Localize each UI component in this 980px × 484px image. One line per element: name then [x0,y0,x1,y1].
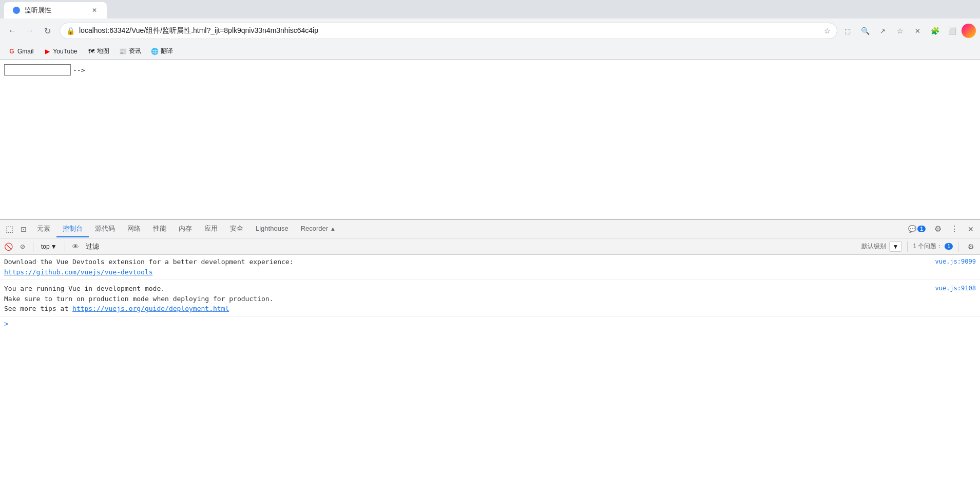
extensions-icon[interactable]: 🧩 [927,23,943,39]
devtools-toolbar: ⬚ ⊡ 元素 控制台 源代码 网络 性能 内存 应用 安全 Lighthouse… [0,220,980,238]
bookmark-news[interactable]: 📰 资讯 [116,45,145,58]
close-devtools-button[interactable]: ✕ [964,222,978,236]
reload-button[interactable]: ↻ [39,23,55,39]
console-right-area: 默认级别 ▼ 1 个问题： 1 ⚙ [861,239,978,254]
issues-indicator[interactable]: 1 个问题： 1 [913,242,953,251]
tab-application[interactable]: 应用 [198,221,224,237]
tab-network[interactable]: 网络 [121,221,147,237]
bookmarks-bar: G Gmail ▶ YouTube 🗺 地图 📰 资讯 🌐 翻译 [0,43,980,60]
tab-bar: 监听属性 ✕ [0,0,980,18]
youtube-icon: ▶ [44,48,51,55]
tab-recorder-label: Recorder [301,225,328,232]
console-msg-1-source[interactable]: vue.js:9099 [935,257,976,266]
console-prompt: > [0,317,980,331]
device-toolbar-button[interactable]: ⊡ [16,222,31,236]
bookmark-translate[interactable]: 🌐 翻译 [147,45,177,58]
tab-performance[interactable]: 性能 [147,221,172,237]
clear-console-button[interactable]: 🚫 [2,240,14,253]
console-msg-2-source[interactable]: vue.js:9108 [935,284,976,293]
console-settings-button[interactable]: ⚙ [964,239,978,254]
translate-label: 翻译 [161,47,173,55]
svg-point-0 [13,7,20,14]
tab-memory[interactable]: 内存 [172,221,198,237]
tab-source[interactable]: 源代码 [89,221,121,237]
nav-left-buttons: ← → ↻ [4,23,55,39]
devtools-toolbar-right: 💬 1 ⚙ ⋮ ✕ [905,222,978,236]
gmail-label: Gmail [17,48,33,55]
bookmark-maps[interactable]: 🗺 地图 [84,45,113,58]
gmail-icon: G [8,48,15,55]
filter-label: 过滤 [84,242,101,251]
tab-recorder[interactable]: Recorder ▲ [295,221,342,236]
page-comment: --> [73,66,85,74]
active-tab[interactable]: 监听属性 ✕ [4,2,107,18]
more-options-button[interactable]: ⋮ [947,222,962,236]
console-toolbar: 🚫 ⊘ top ▼ 👁 过滤 默认级别 ▼ 1 个问题： 1 ⚙ [0,238,980,255]
page-input-area: --> [4,64,976,76]
console-message-1: Download the Vue Devtools extension for … [0,255,980,280]
bookmark-gmail[interactable]: G Gmail [4,46,37,57]
inspect-element-button[interactable]: ⬚ [2,222,16,236]
filter-toggle-button[interactable]: ⊘ [16,240,29,253]
console-msg-1-line1: Download the Vue Devtools extension for … [4,257,931,267]
back-button[interactable]: ← [4,23,21,39]
page-content: --> [0,60,980,219]
tab-close-button[interactable]: ✕ [90,6,99,14]
devtools-panel: ⬚ ⊡ 元素 控制台 源代码 网络 性能 内存 应用 安全 Lighthouse… [0,219,980,484]
tab-lighthouse[interactable]: Lighthouse [249,221,295,236]
cast-icon[interactable]: ⬚ [839,23,856,39]
lock-icon: 🔒 [66,27,75,35]
tab-title: 监听属性 [25,6,86,15]
address-bar[interactable]: 🔒 localhost:63342/Vue/组件/监听属性.html?_ijt=… [60,23,837,39]
console-msg-2-line1: You are running Vue in development mode. [4,284,931,294]
tab-favicon [12,6,21,14]
console-message-1-text: Download the Vue Devtools extension for … [4,257,931,277]
star-icon[interactable]: ☆ [892,23,908,39]
toolbar-separator-2 [65,241,65,252]
maps-icon: 🗺 [88,48,95,55]
prompt-symbol: > [4,319,8,329]
bookmark-star-icon[interactable]: ☆ [824,27,831,35]
settings-button[interactable]: ⚙ [931,222,945,236]
news-label: 资讯 [129,47,141,55]
console-message-2: You are running Vue in development mode.… [0,280,980,317]
tab-security[interactable]: 安全 [224,221,249,237]
search-icon[interactable]: 🔍 [857,23,873,39]
news-icon: 📰 [120,48,127,55]
level-arrow: ▼ [893,243,899,250]
recorder-pin-icon: ▲ [330,226,336,232]
issues-text: 1 个问题： [913,242,943,251]
default-level-text: 默认级别 [861,242,886,251]
window-icon[interactable]: ⬜ [944,23,960,39]
context-selector[interactable]: top ▼ [37,241,61,252]
toolbar-separator-1 [33,241,33,252]
nav-right-icons: ⬚ 🔍 ↗ ☆ ✕ 🧩 ⬜ [839,23,976,39]
console-msg-2-line3: See more tips at https://vuejs.org/guide… [4,304,931,314]
message-badge: 1 [917,226,926,232]
page-input-field[interactable] [4,64,71,76]
maps-label: 地图 [97,47,109,55]
close-tab-icon[interactable]: ✕ [909,23,926,39]
profile-icon[interactable] [962,24,976,38]
issues-badge: 1 [945,243,953,250]
console-msg-1-link[interactable]: https://github.com/vuejs/vue-devtools [4,267,931,277]
toolbar-separator-3 [907,241,908,252]
browser-chrome: 监听属性 ✕ ← → ↻ 🔒 localhost:63342/Vue/组件/监听… [0,0,980,60]
share-icon[interactable]: ↗ [874,23,891,39]
youtube-label: YouTube [53,48,77,55]
forward-button[interactable]: → [22,23,38,39]
eye-button[interactable]: 👁 [69,240,82,253]
tab-console[interactable]: 控制台 [56,221,89,237]
level-dropdown[interactable]: ▼ [889,241,902,252]
toolbar-separator-4 [958,241,958,252]
url-text: localhost:63342/Vue/组件/监听属性.html?_ijt=8p… [79,26,820,35]
deployment-link[interactable]: https://vuejs.org/guide/deployment.html [72,305,229,312]
top-label: top [41,243,50,250]
vue-devtools-link[interactable]: https://github.com/vuejs/vue-devtools [4,268,153,276]
messages-button[interactable]: 💬 1 [905,222,929,236]
console-message-2-text: You are running Vue in development mode.… [4,284,931,314]
nav-bar: ← → ↻ 🔒 localhost:63342/Vue/组件/监听属性.html… [0,18,980,43]
console-output: Download the Vue Devtools extension for … [0,255,980,484]
tab-elements[interactable]: 元素 [31,221,56,237]
bookmark-youtube[interactable]: ▶ YouTube [40,46,81,57]
